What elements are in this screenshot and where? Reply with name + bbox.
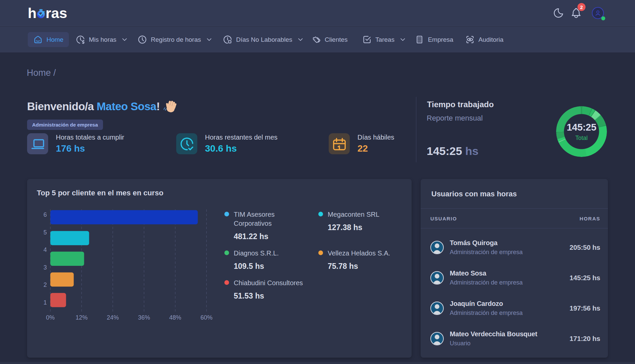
svg-text:24%: 24% xyxy=(107,314,119,321)
svg-text:1: 1 xyxy=(43,299,47,306)
svg-text:60%: 60% xyxy=(200,314,212,321)
svg-text:5: 5 xyxy=(43,229,47,236)
svg-text:4: 4 xyxy=(43,246,47,253)
svg-text:2: 2 xyxy=(43,282,47,288)
svg-text:3: 3 xyxy=(43,264,47,271)
svg-text:6: 6 xyxy=(43,211,47,218)
svg-text:48%: 48% xyxy=(169,314,181,321)
svg-text:12%: 12% xyxy=(76,314,88,321)
svg-text:0%: 0% xyxy=(46,314,55,321)
svg-text:36%: 36% xyxy=(138,314,150,321)
